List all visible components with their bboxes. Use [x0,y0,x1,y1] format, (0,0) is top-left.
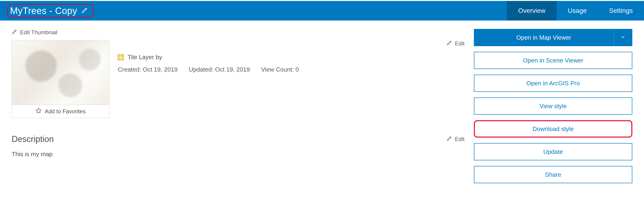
edit-label: Edit [455,136,464,142]
description-body: This is my map [12,151,464,158]
updated-date: Updated: Oct 19, 2019 [189,66,250,73]
open-in-scene-viewer-button[interactable]: Open in Scene Viewer [474,52,632,69]
open-in-map-viewer-button[interactable]: Open in Map Viewer [474,29,614,46]
header: MyTrees - Copy Overview Usage Settings [0,1,644,20]
edit-thumbnail-link[interactable]: Edit Thumbnail [12,29,464,36]
action-sidebar: Open in Map Viewer Open in Scene Viewer … [474,29,632,189]
view-style-button[interactable]: View style [474,98,632,115]
edit-description-link[interactable]: Edit [446,136,464,143]
tab-settings[interactable]: Settings [598,1,644,20]
share-button[interactable]: Share [474,166,632,183]
add-to-favorites-button[interactable]: Add to Favorites [12,105,109,118]
thumbnail-image [12,40,109,105]
description-heading: Description [12,134,54,144]
favorites-label: Add to Favorites [45,108,86,115]
open-in-arcgis-pro-button[interactable]: Open in ArcGIS Pro [474,75,632,92]
title-container: MyTrees - Copy [7,4,94,18]
view-count: View Count: 0 [261,66,299,73]
tile-layer-icon [118,54,124,60]
pencil-icon [12,29,17,36]
tabs: Overview Usage Settings [507,1,644,20]
pencil-icon [446,40,452,47]
star-icon [36,108,42,115]
created-date: Created: Oct 19, 2019 [118,66,178,73]
tab-overview[interactable]: Overview [507,1,556,20]
edit-thumbnail-label: Edit Thumbnail [20,29,58,36]
tab-usage[interactable]: Usage [556,1,598,20]
edit-overview-link[interactable]: Edit [446,40,464,47]
pencil-icon [446,136,452,143]
edit-label: Edit [455,40,464,47]
open-in-map-viewer-dropdown[interactable] [614,29,632,46]
page-title: MyTrees - Copy [10,5,77,16]
item-type-line: Tile Layer by [118,54,464,61]
item-type-text: Tile Layer by [128,54,162,61]
edit-title-icon[interactable] [81,7,88,14]
chevron-down-icon [620,34,626,41]
download-style-button[interactable]: Download style [474,120,632,137]
update-button[interactable]: Update [474,143,632,160]
